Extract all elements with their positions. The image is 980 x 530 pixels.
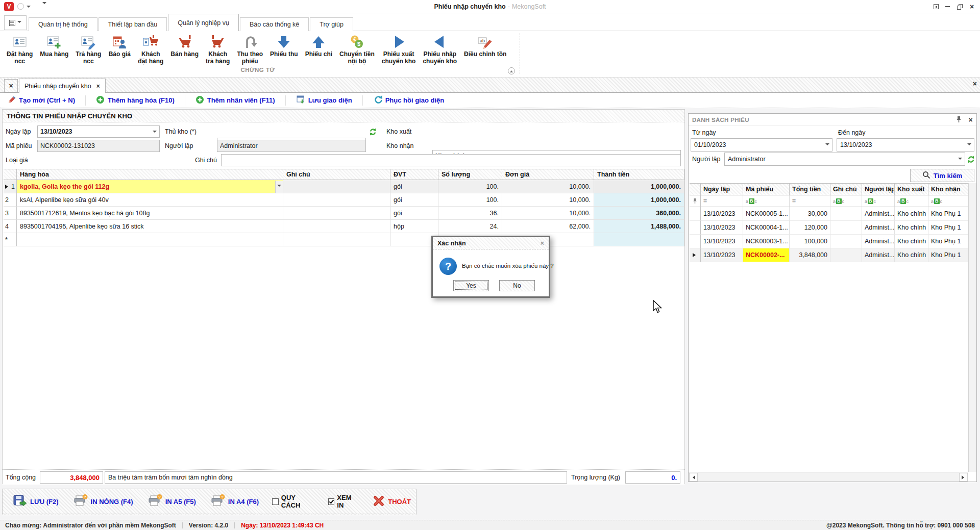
yes-button[interactable]: Yes	[453, 280, 489, 291]
table-row[interactable]: 4 8935001704195, Alpenlibe kẹo sữa 16 st…	[4, 220, 684, 233]
cell-hang-hoa[interactable]: kgolia, Golia kẹo the gói 112g	[17, 180, 283, 193]
cell-thanh-tien[interactable]: 1,000,000.	[594, 193, 684, 207]
cell-dvt[interactable]: gói	[390, 180, 438, 193]
filter-cell[interactable]: =	[701, 195, 743, 207]
list-item[interactable]: 13/10/2023 NCK00003-1... 100,000 Adminis…	[690, 235, 968, 248]
menu-tab-quan-ly-nghiep-vu[interactable]: Quản lý nghiệp vụ	[168, 14, 239, 31]
tab-phieu-nhap-chuyen-kho[interactable]: Phiếu nhập chuyển kho ×	[19, 79, 106, 93]
cell-thanh-tien[interactable]: 1,488,000.	[594, 220, 684, 233]
save-button[interactable]: LƯU (F2)	[8, 492, 64, 511]
fullscreen-button[interactable]	[932, 3, 940, 10]
cell-ghi-chu[interactable]	[283, 220, 390, 233]
menu-tab-quan-tri-he-thong[interactable]: Quản trị hệ thống	[29, 17, 97, 31]
pin-icon[interactable]	[956, 116, 962, 124]
filter-cell[interactable]: aBc	[895, 195, 928, 207]
cell-ghi-chu[interactable]	[283, 180, 390, 193]
col-hang-hoa[interactable]: Hàng hóa	[17, 169, 283, 180]
ngay-lap-combo[interactable]: 13/10/2023	[37, 125, 160, 138]
menu-tab-tro-giup[interactable]: Trợ giúp	[310, 17, 353, 31]
cell-ghi-chu[interactable]	[283, 233, 390, 246]
cell-so-luong[interactable]: 100.	[438, 193, 502, 207]
col-kho-nhan[interactable]: Kho nhận	[928, 183, 968, 195]
cell-ghi-chu[interactable]	[283, 207, 390, 220]
menu-tab-bao-cao-thong-ke[interactable]: Báo cáo thống kê	[240, 17, 309, 31]
cell-don-gia[interactable]: 10,000.	[502, 180, 594, 193]
search-button[interactable]: Tìm kiếm	[910, 169, 974, 182]
cell-dvt[interactable]: gói	[390, 207, 438, 220]
add-employee-link[interactable]: Thêm nhân viên (F11)	[185, 95, 286, 106]
col-dvt[interactable]: ĐVT	[390, 169, 438, 180]
ribbon-item-phieu-thu[interactable]: Phiếu thu	[266, 32, 302, 59]
ribbon-item-dat-hang-ncc[interactable]: Đặt hàng ncc	[3, 32, 36, 66]
col-ngay-lap[interactable]: Ngày lập	[701, 183, 743, 195]
cell-so-luong[interactable]: 100.	[438, 180, 502, 193]
cell-dvt[interactable]: hộp	[390, 220, 438, 233]
dialog-close-icon[interactable]: ×	[540, 240, 544, 246]
cell-don-gia[interactable]: 62,000.	[502, 220, 594, 233]
ribbon-collapse-button[interactable]	[508, 67, 515, 74]
ma-phieu-field[interactable]: NCK00002-131023	[37, 140, 160, 152]
menu-tab-thiet-lap-ban-dau[interactable]: Thiết lập ban đầu	[99, 17, 167, 31]
filter-cell[interactable]: aBc	[928, 195, 968, 207]
ghi-chu-input[interactable]	[221, 154, 681, 166]
cell-thanh-tien[interactable]	[594, 233, 684, 246]
filter-cell[interactable]: =	[790, 195, 830, 207]
filter-cell[interactable]: aBc	[862, 195, 895, 207]
den-ngay-combo[interactable]: 13/10/2023	[837, 138, 974, 152]
scroll-left-button[interactable]	[689, 473, 698, 482]
restore-layout-link[interactable]: Phục hồi giao diện	[363, 95, 455, 106]
cell-don-gia[interactable]: 10,000.	[502, 193, 594, 207]
save-layout-link[interactable]: Lưu giao diện	[286, 95, 363, 106]
ribbon-item-chuyen-tien-noi-bo[interactable]: €$ Chuyển tiền nội bộ	[336, 32, 378, 66]
ribbon-item-tra-hang-ncc[interactable]: Trả hàng ncc	[72, 32, 105, 66]
cell-thanh-tien[interactable]: 1,000,000.	[594, 180, 684, 193]
col-nguoi-lap[interactable]: Người lập	[862, 183, 895, 195]
minimize-button[interactable]	[943, 3, 951, 10]
cell-hang-hoa[interactable]	[17, 233, 283, 246]
panel-close-icon[interactable]: ×	[969, 116, 973, 123]
col-don-gia[interactable]: Đơn giá	[502, 169, 594, 180]
no-button[interactable]: No	[499, 280, 535, 291]
print-a4-button[interactable]: ? IN A4 (F6)	[205, 492, 264, 511]
table-row-new[interactable]: *	[4, 233, 684, 246]
ribbon-item-bao-gia[interactable]: Báo giá	[105, 32, 134, 59]
refresh-icon[interactable]	[966, 154, 975, 164]
cell-hang-hoa[interactable]: 8935001712619, Mentos kẹo bạc hà gói 108…	[17, 207, 283, 220]
col-thanh-tien[interactable]: Thành tiền	[594, 169, 684, 180]
horizontal-scrollbar[interactable]	[689, 472, 968, 482]
cell-don-gia[interactable]: 10,000.	[502, 207, 594, 220]
col-ma-phieu[interactable]: Mã phiếu	[743, 183, 790, 195]
col-kho-xuat[interactable]: Kho xuất	[895, 183, 928, 195]
col-tong-tien[interactable]: Tổng tiền	[790, 183, 830, 195]
col-ghi-chu[interactable]: Ghi chú	[283, 169, 390, 180]
table-row[interactable]: 3 8935001712619, Mentos kẹo bạc hà gói 1…	[4, 207, 684, 220]
col-so-luong[interactable]: Số lượng	[438, 169, 502, 180]
filter-cell[interactable]: aBc	[743, 195, 790, 207]
app-menu-button[interactable]	[4, 15, 27, 30]
restore-button[interactable]	[955, 3, 964, 10]
list-item[interactable]: 13/10/2023 NCK00004-1... 120,000 Adminis…	[690, 221, 968, 235]
ribbon-item-phieu-xuat-chuyen-kho[interactable]: Phiếu xuất chuyển kho	[378, 32, 420, 66]
tu-ngay-combo[interactable]: 01/10/2023	[691, 138, 832, 152]
ribbon-item-mua-hang[interactable]: Mua hàng	[36, 32, 72, 59]
cell-so-luong[interactable]: 36.	[438, 207, 502, 220]
ribbon-item-dieu-chinh-ton[interactable]: ab Điều chỉnh tồn	[460, 32, 510, 59]
ribbon-item-khach-tra-hang[interactable]: Khách trả hàng	[202, 32, 233, 66]
tab-close-icon[interactable]: ×	[96, 83, 100, 89]
vertical-scrollbar[interactable]	[968, 183, 976, 472]
exit-button[interactable]: THOÁT	[368, 493, 416, 510]
cell-hang-hoa[interactable]: ksAl, Alpenlibe kẹo sữa gói 40v	[17, 193, 283, 207]
cell-ghi-chu[interactable]	[283, 193, 390, 207]
cell-so-luong[interactable]: 24.	[438, 220, 502, 233]
ribbon-item-khach-dat-hang[interactable]: Khách đặt hàng	[134, 32, 167, 66]
close-all-tabs-button[interactable]: ×	[4, 79, 18, 92]
panel-nguoi-lap-combo[interactable]: Administrator	[724, 153, 965, 166]
table-row[interactable]: 2 ksAl, Alpenlibe kẹo sữa gói 40v gói 10…	[4, 193, 684, 207]
cell-dropdown-button[interactable]	[275, 181, 283, 193]
create-new-link[interactable]: Tạo mới (Ctrl + N)	[6, 95, 86, 106]
ribbon-item-phieu-chi[interactable]: Phiếu chi	[302, 32, 336, 59]
cell-thanh-tien[interactable]: 360,000.	[594, 207, 684, 220]
xem-in-checkbox[interactable]: XEM IN	[324, 492, 364, 511]
print-a5-button[interactable]: ? IN A5 (F5)	[142, 492, 201, 511]
cell-dvt[interactable]: gói	[390, 193, 438, 207]
